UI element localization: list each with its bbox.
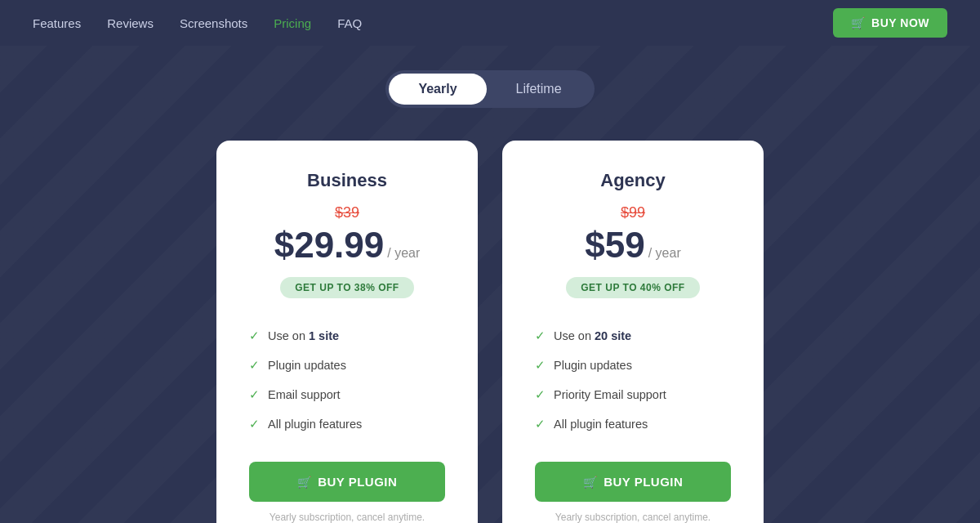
business-current-price: $29.99	[274, 225, 385, 266]
business-buy-button[interactable]: 🛒 BUY PLUGIN	[249, 462, 445, 502]
check-icon: ✓	[249, 329, 260, 343]
cart-icon: 🛒	[583, 476, 598, 489]
feature-item: ✓ Priority Email support	[535, 380, 731, 409]
agency-discount-badge: GET UP TO 40% OFF	[566, 277, 699, 298]
feature-item: ✓ Use on 1 site	[249, 321, 445, 351]
agency-plan-card: Agency $99 $59 / year GET UP TO 40% OFF …	[502, 141, 764, 523]
feature-item: ✓ Email support	[249, 380, 445, 409]
check-icon: ✓	[535, 387, 546, 402]
check-icon: ✓	[535, 329, 546, 343]
check-icon: ✓	[249, 417, 260, 431]
check-icon: ✓	[249, 387, 260, 402]
check-icon: ✓	[249, 358, 260, 373]
agency-price-row: $59 / year	[585, 225, 680, 266]
feature-item: ✓ All plugin features	[249, 409, 445, 439]
cart-icon: 🛒	[297, 476, 312, 489]
billing-toggle: Yearly Lifetime	[385, 70, 594, 108]
business-plan-card: Business $39 $29.99 / year GET UP TO 38%…	[216, 141, 478, 523]
business-price-row: $29.99 / year	[274, 225, 421, 266]
business-plan-name: Business	[307, 170, 387, 191]
business-cancel-note: Yearly subscription, cancel anytime.	[270, 512, 425, 523]
feature-item: ✓ Plugin updates	[249, 351, 445, 380]
agency-original-price: $99	[621, 204, 645, 221]
check-icon: ✓	[535, 417, 546, 431]
cart-icon: 🛒	[851, 16, 866, 29]
nav-reviews[interactable]: Reviews	[107, 16, 154, 30]
buy-now-button[interactable]: 🛒 BUY NOW	[833, 8, 947, 38]
agency-features: ✓ Use on 20 site ✓ Plugin updates ✓ Prio…	[535, 321, 731, 439]
nav-features[interactable]: Features	[33, 16, 81, 30]
nav-pricing[interactable]: Pricing	[274, 16, 311, 30]
check-icon: ✓	[535, 358, 546, 373]
business-original-price: $39	[335, 204, 359, 221]
nav-faq[interactable]: FAQ	[337, 16, 362, 30]
feature-item: ✓ All plugin features	[535, 409, 731, 439]
agency-per-year: / year	[648, 246, 681, 261]
nav-screenshots[interactable]: Screenshots	[180, 16, 247, 30]
business-features: ✓ Use on 1 site ✓ Plugin updates ✓ Email…	[249, 321, 445, 439]
billing-toggle-container: Yearly Lifetime	[0, 70, 980, 108]
navbar: Features Reviews Screenshots Pricing FAQ…	[0, 0, 980, 46]
feature-item: ✓ Plugin updates	[535, 351, 731, 380]
agency-current-price: $59	[585, 225, 644, 266]
toggle-yearly[interactable]: Yearly	[389, 74, 486, 105]
agency-buy-button[interactable]: 🛒 BUY PLUGIN	[535, 462, 731, 502]
agency-plan-name: Agency	[600, 170, 665, 191]
pricing-cards: Business $39 $29.99 / year GET UP TO 38%…	[0, 141, 980, 523]
toggle-lifetime[interactable]: Lifetime	[487, 74, 591, 105]
business-per-year: / year	[387, 246, 420, 261]
agency-cancel-note: Yearly subscription, cancel anytime.	[555, 512, 710, 523]
feature-item: ✓ Use on 20 site	[535, 321, 731, 351]
nav-links: Features Reviews Screenshots Pricing FAQ	[33, 16, 833, 30]
business-discount-badge: GET UP TO 38% OFF	[280, 277, 413, 298]
